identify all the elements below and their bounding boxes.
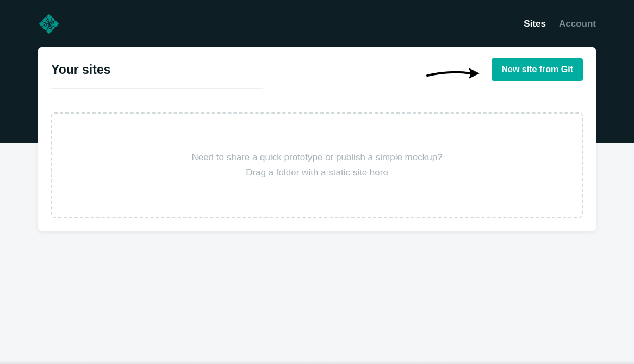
new-site-from-git-button[interactable]: New site from Git (492, 58, 583, 81)
arrow-annotation-icon (426, 64, 481, 83)
netlify-logo-icon[interactable] (38, 13, 60, 35)
nav-link-account[interactable]: Account (559, 18, 596, 29)
header: Sites Account (0, 0, 634, 47)
sites-card: Your sites New site from Git Need to sha… (38, 47, 596, 231)
page-title: Your sites (51, 62, 111, 77)
dropzone-text-line1: Need to share a quick prototype or publi… (191, 150, 442, 165)
bottom-shadow (0, 361, 634, 364)
dropzone[interactable]: Need to share a quick prototype or publi… (51, 112, 583, 218)
dropzone-text-line2: Drag a folder with a static site here (246, 165, 388, 180)
card-header: Your sites New site from Git (51, 58, 583, 89)
nav-link-sites[interactable]: Sites (524, 18, 546, 29)
nav: Sites Account (524, 18, 596, 29)
svg-rect-0 (39, 14, 59, 34)
